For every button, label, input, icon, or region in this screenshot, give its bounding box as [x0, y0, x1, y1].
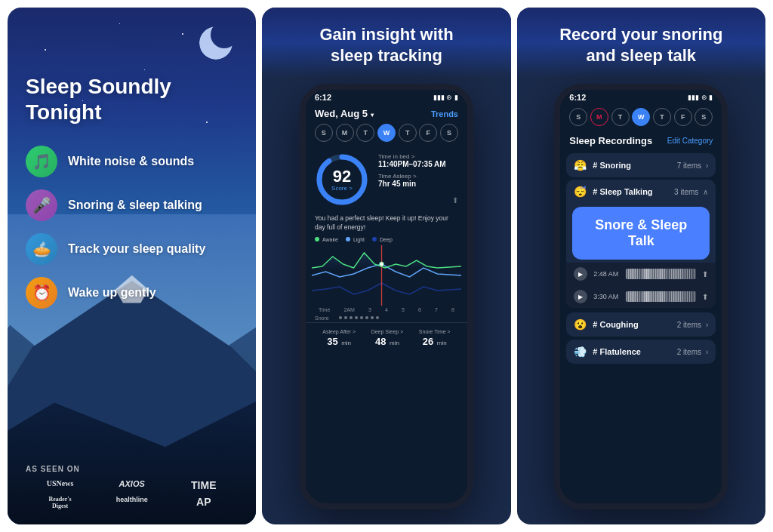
- coughing-group: 😮 # Coughing 2 items ›: [566, 312, 716, 337]
- feature-item-1: 🎵 White noise & sounds: [26, 146, 238, 177]
- feature-item-3: 🥧 Track your sleep quality: [26, 233, 238, 265]
- coughing-count: 2 items: [677, 321, 701, 329]
- press-logo-healthline: healthline: [97, 496, 166, 509]
- sleep-talking-emoji: 😴: [574, 186, 587, 198]
- status-icons-3: ▮▮▮ ⊛ ▮: [688, 94, 713, 101]
- coughing-header[interactable]: 😮 # Coughing 2 items ›: [566, 312, 716, 337]
- feature-icon-sleep: 🥧: [26, 233, 57, 265]
- panel-3: Record your snoring and sleep talk 6:12 …: [517, 8, 765, 524]
- press-logos: USNews AXIOS TIME Reader'sDigest healthl…: [26, 479, 238, 509]
- stat-asleep-after: Asleep After > 35 min: [322, 329, 356, 348]
- sleep-talking-header[interactable]: 😴 # Sleep Talking 3 items ∧: [566, 180, 716, 204]
- stat-deep-sleep: Deep Sleep > 48 min: [371, 329, 404, 348]
- day-w[interactable]: W: [377, 124, 396, 142]
- snore-bar: Snore: [306, 314, 467, 322]
- legend-deep: Deep: [372, 237, 393, 242]
- flatulence-name: # Flatulence: [593, 347, 641, 356]
- panel-2: Gain insight with sleep tracking 6:12 ▮▮…: [262, 8, 510, 524]
- status-bar-2: 6:12 ▮▮▮ ⊛ ▮: [306, 90, 467, 105]
- feature-text-1: White noise & sounds: [68, 155, 194, 168]
- date-text: Wed, Aug 5 ▾: [315, 108, 374, 119]
- press-logo-ap: AP: [169, 496, 238, 509]
- feature-icon-alarm: ⏰: [26, 277, 57, 309]
- phone-mockup-2: 6:12 ▮▮▮ ⊛ ▮ Wed, Aug 5 ▾ Trends S: [300, 84, 473, 509]
- sleep-message: You had a perfect sleep! Keep it up! Enj…: [306, 211, 467, 237]
- flatulence-header[interactable]: 💨 # Flatulence 2 items ›: [566, 340, 716, 364]
- legend-awake: Awake: [315, 237, 338, 242]
- feature-item-2: 🎤 Snoring & sleep talking: [26, 189, 238, 221]
- share-button-2[interactable]: ⬆: [702, 293, 708, 301]
- sleep-talking-count: 3 items: [674, 188, 698, 196]
- snore-label: Snore: [315, 315, 337, 321]
- day3-t1[interactable]: T: [611, 108, 630, 126]
- snoring-emoji: 😤: [574, 159, 587, 171]
- recordings-title: Sleep Recordings: [569, 135, 652, 146]
- waveform-1: [626, 269, 696, 279]
- chart-time-labels: Time 2AM 3 4 5 6 7 8: [306, 306, 467, 314]
- day3-s2[interactable]: S: [694, 108, 713, 126]
- day-f[interactable]: F: [419, 124, 437, 142]
- edit-category-button[interactable]: Edit Category: [667, 137, 713, 145]
- press-logo-axios: AXIOS: [97, 479, 166, 491]
- snoring-group-header[interactable]: 😤 # Snoring 7 items ›: [566, 153, 716, 177]
- feature-text-3: Track your sleep quality: [68, 242, 205, 256]
- panel-1-content: Sleep Soundly Tonight 🎵 White noise & so…: [8, 8, 256, 524]
- snore-sleep-talk-popup: Snore & Sleep Talk: [572, 207, 710, 260]
- share-button-1[interactable]: ⬆: [702, 270, 708, 278]
- day-s2[interactable]: S: [440, 124, 458, 142]
- sleep-talking-name: # Sleep Talking: [593, 187, 652, 196]
- chart-legend: Awake Light Deep: [306, 237, 467, 245]
- flatulence-left: 💨 # Flatulence: [574, 346, 641, 358]
- panel-2-title: Gain insight with sleep tracking: [276, 24, 497, 66]
- svg-point-11: [380, 262, 384, 266]
- feature-icon-music: 🎵: [26, 146, 57, 177]
- day3-s1[interactable]: S: [569, 108, 587, 126]
- phone-inner-2: 6:12 ▮▮▮ ⊛ ▮ Wed, Aug 5 ▾ Trends S: [306, 90, 467, 503]
- score-ring: 92 Score >: [315, 152, 369, 207]
- status-bar-3: 6:12 ▮▮▮ ⊛ ▮: [560, 90, 722, 105]
- phone-wrapper-2: 6:12 ▮▮▮ ⊛ ▮ Wed, Aug 5 ▾ Trends S: [291, 78, 482, 524]
- flatulence-count: 2 items: [677, 348, 701, 356]
- play-button-1[interactable]: ▶: [574, 267, 587, 281]
- score-number: 92 Score >: [331, 168, 353, 192]
- coughing-left: 😮 # Coughing: [574, 318, 639, 331]
- sleep-talking-group: 😴 # Sleep Talking 3 items ∧ Snore & Slee…: [566, 180, 716, 308]
- snoring-chevron: ›: [706, 161, 708, 170]
- panel-2-header: Gain insight with sleep tracking: [262, 8, 510, 78]
- feature-text-4: Wake up gently: [68, 286, 156, 300]
- press-logo-usnews: USNews: [26, 479, 94, 491]
- day-s1[interactable]: S: [315, 124, 333, 142]
- day-t2[interactable]: T: [399, 124, 417, 142]
- score-details: Time in bed > 11:40PM–07:35 AM Time Asle…: [378, 153, 458, 206]
- feature-icon-mic: 🎤: [26, 189, 57, 221]
- flatulence-group: 💨 # Flatulence 2 items ›: [566, 340, 716, 364]
- status-time-2: 6:12: [315, 93, 331, 102]
- phone-wrapper-3: 6:12 ▮▮▮ ⊛ ▮ S M T W T F S: [517, 78, 765, 524]
- day3-m[interactable]: M: [590, 108, 608, 126]
- popup-text: Snore & Sleep Talk: [595, 217, 687, 248]
- snore-dots: [339, 316, 379, 319]
- legend-light: Light: [346, 237, 365, 242]
- feature-text-2: Snoring & sleep talking: [68, 198, 202, 212]
- press-logo-readers: Reader'sDigest: [26, 496, 94, 509]
- day-t1[interactable]: T: [356, 124, 374, 142]
- status-icons-2: ▮▮▮ ⊛ ▮: [433, 94, 458, 101]
- coughing-chevron: ›: [706, 321, 708, 329]
- as-seen-label: AS SEEN ON: [26, 465, 238, 473]
- day3-w[interactable]: W: [632, 108, 650, 126]
- day-m[interactable]: M: [336, 124, 354, 142]
- snoring-name: # Snoring: [593, 161, 631, 170]
- play-button-2[interactable]: ▶: [574, 290, 587, 303]
- day-selector-3: S M T W T F S: [560, 105, 722, 131]
- feature-list: 🎵 White noise & sounds 🎤 Snoring & sleep…: [26, 146, 238, 456]
- recording-time-1: 2:48 AM: [593, 270, 620, 278]
- trends-button[interactable]: Trends: [431, 109, 458, 118]
- score-section: 92 Score > Time in bed > 11:40PM–07:35 A…: [306, 148, 467, 211]
- snoring-group: 😤 # Snoring 7 items ›: [566, 153, 716, 177]
- stat-snore-time: Snore Time > 26 min: [419, 329, 451, 348]
- date-bar: Wed, Aug 5 ▾ Trends: [306, 105, 467, 124]
- day3-f[interactable]: F: [674, 108, 692, 126]
- time-in-bed: Time in bed > 11:40PM–07:35 AM: [378, 153, 458, 168]
- day3-t2[interactable]: T: [653, 108, 671, 126]
- waveform-2: [626, 291, 696, 302]
